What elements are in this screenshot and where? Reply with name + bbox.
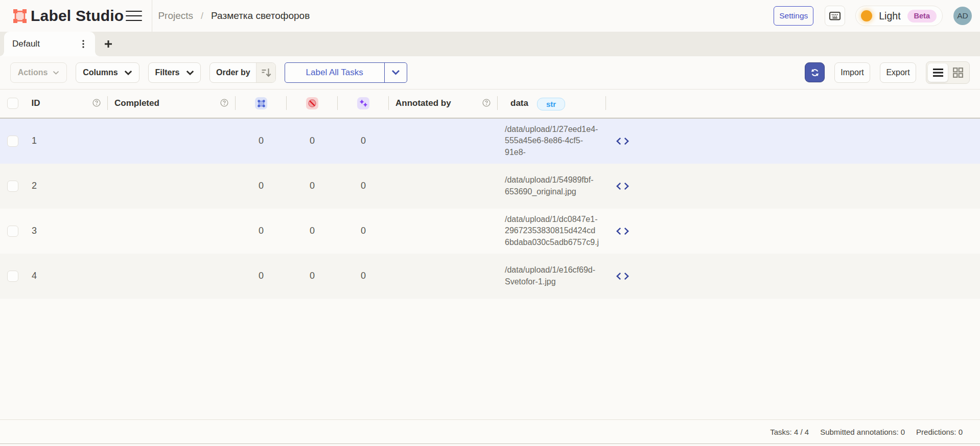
cancelled-annotations-icon bbox=[306, 97, 318, 109]
cell-id: 4 bbox=[27, 254, 108, 299]
label-all-tasks-caret[interactable] bbox=[384, 63, 407, 82]
table-row[interactable]: 4 0 0 0 /data/upload/1/e16cf69d-Svetofor… bbox=[0, 254, 980, 299]
show-source-icon bbox=[616, 137, 629, 145]
keyboard-icon bbox=[828, 9, 842, 23]
data-value: /data/upload/1/dc0847e1-29672353830815d4… bbox=[505, 214, 599, 249]
table-row[interactable]: 1 0 0 0 /data/upload/1/27eed1e4-555a45e6… bbox=[0, 119, 980, 164]
tab-default[interactable]: Default bbox=[4, 32, 95, 56]
cell-annotated-by bbox=[389, 254, 498, 299]
id-help-icon[interactable] bbox=[92, 99, 101, 109]
cell-predictions-count: 0 bbox=[338, 119, 389, 164]
order-by-sort-segment[interactable] bbox=[256, 63, 275, 82]
status-bar: Tasks: 4 / 4 Submitted annotations: 0 Pr… bbox=[0, 419, 980, 444]
cell-show-source[interactable] bbox=[606, 119, 639, 164]
row-checkbox[interactable] bbox=[7, 181, 18, 192]
label-studio-logo[interactable]: Label Studio bbox=[13, 7, 124, 25]
import-button[interactable]: Import bbox=[834, 62, 870, 83]
data-value: /data/upload/1/27eed1e4-555a45e6-8e86-4c… bbox=[505, 124, 599, 159]
data-value: /data/upload/1/54989fbf-653690_original.… bbox=[505, 174, 599, 197]
breadcrumb-separator: / bbox=[201, 11, 203, 21]
row-checkbox[interactable] bbox=[7, 271, 18, 282]
topbar-divider bbox=[152, 0, 152, 32]
actions-dropdown[interactable]: Actions bbox=[10, 62, 67, 83]
show-source-icon bbox=[616, 182, 629, 190]
tab-label: Default bbox=[12, 39, 40, 49]
grid-view-button[interactable] bbox=[948, 63, 968, 82]
label-all-tasks-split-button: Label All Tasks bbox=[285, 62, 407, 83]
column-header-cancelled[interactable] bbox=[287, 90, 338, 118]
table-row[interactable]: 2 0 0 0 /data/upload/1/54989fbf-653690_o… bbox=[0, 164, 980, 209]
hamburger-menu-icon[interactable] bbox=[126, 8, 142, 24]
completed-help-icon[interactable] bbox=[220, 99, 228, 109]
cell-rest bbox=[639, 164, 980, 209]
column-header-predictions[interactable] bbox=[338, 90, 389, 118]
theme-label: Light bbox=[879, 10, 900, 22]
cell-id: 1 bbox=[27, 119, 108, 164]
cell-show-source[interactable] bbox=[606, 254, 639, 299]
keyboard-shortcuts-button[interactable] bbox=[825, 6, 845, 26]
cell-predictions-count: 0 bbox=[338, 254, 389, 299]
refresh-icon bbox=[810, 68, 820, 78]
label-all-tasks-button[interactable]: Label All Tasks bbox=[285, 63, 384, 82]
export-button[interactable]: Export bbox=[880, 62, 916, 83]
select-all-cell bbox=[0, 90, 27, 118]
data-type-badge: str bbox=[537, 98, 565, 110]
refresh-button[interactable] bbox=[805, 62, 825, 82]
label-studio-logo-icon bbox=[13, 9, 27, 23]
add-tab-button[interactable] bbox=[98, 34, 119, 54]
submitted-annotations-counter: Submitted annotations: 0 bbox=[820, 428, 905, 436]
row-select-cell bbox=[0, 209, 27, 254]
column-header-annotations[interactable] bbox=[236, 90, 287, 118]
cell-annotated-by bbox=[389, 119, 498, 164]
filters-dropdown[interactable]: Filters bbox=[148, 62, 201, 83]
cell-rest bbox=[639, 254, 980, 299]
order-by-label: Order by bbox=[210, 63, 256, 82]
column-header-completed[interactable]: Completed bbox=[108, 90, 236, 118]
list-view-button[interactable] bbox=[928, 63, 948, 82]
cell-predictions-count: 0 bbox=[338, 209, 389, 254]
beta-badge: Beta bbox=[907, 10, 937, 23]
annotations-icon bbox=[255, 97, 267, 109]
show-source-icon bbox=[616, 227, 629, 235]
breadcrumb: Projects / Разметка светофоров bbox=[158, 10, 310, 21]
cell-cancelled-count: 0 bbox=[287, 209, 338, 254]
cell-completed bbox=[108, 209, 236, 254]
cell-cancelled-count: 0 bbox=[287, 254, 338, 299]
select-all-checkbox[interactable] bbox=[7, 98, 18, 109]
show-source-icon bbox=[616, 272, 629, 280]
cell-data: /data/upload/1/27eed1e4-555a45e6-8e86-4c… bbox=[498, 119, 606, 164]
predictions-icon bbox=[357, 97, 369, 109]
row-checkbox[interactable] bbox=[7, 136, 18, 147]
cell-annotations-count: 0 bbox=[236, 209, 287, 254]
cell-rest bbox=[639, 119, 980, 164]
column-header-annotated-by[interactable]: Annotated by bbox=[389, 90, 498, 118]
cell-id: 3 bbox=[27, 209, 108, 254]
cell-cancelled-count: 0 bbox=[287, 119, 338, 164]
completed-column-label: Completed bbox=[114, 98, 159, 108]
cell-cancelled-count: 0 bbox=[287, 164, 338, 209]
row-checkbox[interactable] bbox=[7, 226, 18, 237]
column-header-data[interactable]: datastr bbox=[498, 90, 606, 118]
tab-menu-kebab-icon[interactable] bbox=[79, 39, 88, 49]
order-by-control[interactable]: Order by bbox=[209, 62, 276, 83]
theme-toggle[interactable]: Light Beta bbox=[855, 6, 943, 26]
column-header-id[interactable]: ID bbox=[27, 90, 108, 118]
cell-show-source[interactable] bbox=[606, 164, 639, 209]
cell-completed bbox=[108, 254, 236, 299]
cell-annotated-by bbox=[389, 164, 498, 209]
avatar[interactable]: AD bbox=[953, 7, 972, 25]
breadcrumb-projects[interactable]: Projects bbox=[158, 10, 193, 21]
cell-data: /data/upload/1/e16cf69d-Svetofor-1.jpg bbox=[498, 254, 606, 299]
table-row[interactable]: 3 0 0 0 /data/upload/1/dc0847e1-29672353… bbox=[0, 209, 980, 254]
cell-show-source[interactable] bbox=[606, 209, 639, 254]
toolbar: Actions Columns Filters Order by Label A… bbox=[0, 56, 980, 89]
cell-annotations-count: 0 bbox=[236, 254, 287, 299]
cell-annotations-count: 0 bbox=[236, 119, 287, 164]
predictions-counter: Predictions: 0 bbox=[916, 428, 963, 436]
id-column-label: ID bbox=[32, 98, 40, 108]
settings-button[interactable]: Settings bbox=[774, 6, 813, 26]
columns-dropdown[interactable]: Columns bbox=[76, 62, 139, 83]
annotated-by-help-icon[interactable] bbox=[482, 99, 491, 109]
column-header-rest bbox=[639, 90, 980, 118]
grid-view-icon bbox=[953, 68, 963, 78]
